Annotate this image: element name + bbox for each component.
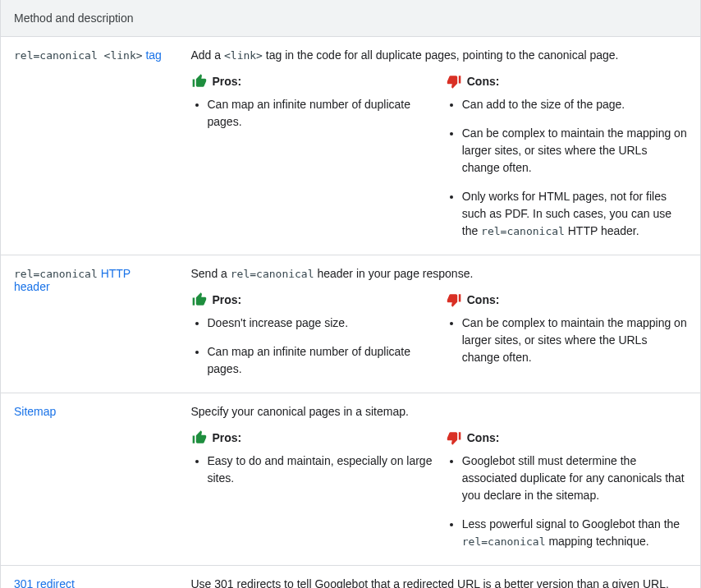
pros-label: Pros:: [191, 430, 433, 446]
cons-label: Cons:: [446, 73, 687, 90]
pros-cons: Pros:Easy to do and maintain, especially…: [191, 430, 688, 554]
pros-col: Pros:Easy to do and maintain, especially…: [191, 430, 433, 554]
pros-cons: Pros:Doesn't increase page size.Can map …: [191, 292, 688, 381]
method-link[interactable]: rel=canonical <link> tag: [14, 48, 162, 62]
thumb-down-icon: [446, 73, 462, 90]
canonical-methods-table: Method and description rel=canonical <li…: [0, 0, 701, 588]
thumb-up-icon: [191, 430, 208, 446]
cons-col: Cons:Can add to the size of the page.Can…: [446, 73, 687, 243]
thumb-up-icon: [191, 73, 208, 90]
description-text: Use 301 redirects to tell Googlebot that…: [191, 577, 688, 588]
thumb-up-icon: [191, 292, 208, 308]
pros-label-text: Pros:: [213, 293, 242, 306]
table-row: rel=canonical <link> tagAdd a <link> tag…: [1, 37, 701, 255]
code-literal: rel=canonical: [481, 225, 565, 237]
list-item: Can add to the size of the page.: [462, 96, 687, 113]
cons-label-text: Cons:: [467, 75, 500, 88]
table-row: 301 redirectUse 301 redirects to tell Go…: [1, 566, 701, 589]
method-link[interactable]: Sitemap: [14, 405, 56, 418]
cons-label-text: Cons:: [467, 293, 500, 306]
pros-label: Pros:: [191, 73, 433, 90]
pros-label-text: Pros:: [213, 431, 242, 444]
code-literal: rel=canonical: [14, 268, 98, 280]
thumb-down-icon: [446, 292, 462, 308]
pros-label-text: Pros:: [213, 75, 242, 88]
cons-list: Can be complex to maintain the mapping o…: [446, 315, 687, 366]
code-literal: rel=canonical: [231, 268, 314, 280]
description-text: Specify your canonical pages in a sitema…: [191, 405, 688, 418]
pros-list: Easy to do and maintain, especially on l…: [191, 452, 433, 487]
method-cell: 301 redirect: [1, 566, 178, 589]
description-cell: Use 301 redirects to tell Googlebot that…: [178, 566, 701, 589]
method-link[interactable]: 301 redirect: [14, 577, 75, 588]
method-link[interactable]: rel=canonical HTTP header: [14, 267, 131, 293]
code-literal: rel=canonical <link>: [14, 49, 143, 62]
method-cell: rel=canonical HTTP header: [1, 255, 178, 393]
pros-label: Pros:: [191, 292, 433, 308]
list-item: Can map an infinite number of duplicate …: [208, 96, 433, 131]
cons-col: Cons:Googlebot still must determine the …: [446, 430, 687, 554]
table-header: Method and description: [1, 0, 701, 37]
pros-list: Doesn't increase page size.Can map an in…: [191, 315, 433, 378]
list-item: Doesn't increase page size.: [208, 315, 433, 332]
table-row: rel=canonical HTTP headerSend a rel=cano…: [1, 255, 701, 393]
code-literal: rel=canonical: [462, 535, 546, 548]
cons-label: Cons:: [446, 430, 687, 446]
list-item: Can be complex to maintain the mapping o…: [462, 125, 687, 177]
thumb-down-icon: [446, 430, 462, 446]
pros-col: Pros:Doesn't increase page size.Can map …: [191, 292, 433, 381]
cons-label-text: Cons:: [467, 431, 500, 444]
description-text: Add a <link> tag in the code for all dup…: [191, 48, 688, 62]
list-item: Only works for HTML pages, not for files…: [462, 188, 687, 240]
description-text: Send a rel=canonical header in your page…: [191, 267, 688, 280]
list-item: Can map an infinite number of duplicate …: [208, 343, 433, 378]
list-item: Googlebot still must determine the assoc…: [462, 452, 687, 504]
cons-list: Googlebot still must determine the assoc…: [446, 452, 687, 550]
description-cell: Send a rel=canonical header in your page…: [178, 255, 701, 393]
code-literal: <link>: [224, 49, 263, 62]
table-row: SitemapSpecify your canonical pages in a…: [1, 393, 701, 566]
pros-cons: Pros:Can map an infinite number of dupli…: [191, 73, 688, 243]
method-cell: Sitemap: [1, 393, 178, 566]
description-cell: Specify your canonical pages in a sitema…: [178, 393, 701, 566]
cons-col: Cons:Can be complex to maintain the mapp…: [446, 292, 687, 381]
cons-list: Can add to the size of the page.Can be c…: [446, 96, 687, 240]
pros-col: Pros:Can map an infinite number of dupli…: [191, 73, 433, 243]
description-cell: Add a <link> tag in the code for all dup…: [178, 37, 701, 255]
list-item: Easy to do and maintain, especially on l…: [208, 452, 433, 487]
list-item: Less powerful signal to Googlebot than t…: [462, 516, 687, 550]
list-item: Can be complex to maintain the mapping o…: [462, 315, 687, 366]
method-cell: rel=canonical <link> tag: [1, 37, 178, 255]
cons-label: Cons:: [446, 292, 687, 308]
pros-list: Can map an infinite number of duplicate …: [191, 96, 433, 131]
